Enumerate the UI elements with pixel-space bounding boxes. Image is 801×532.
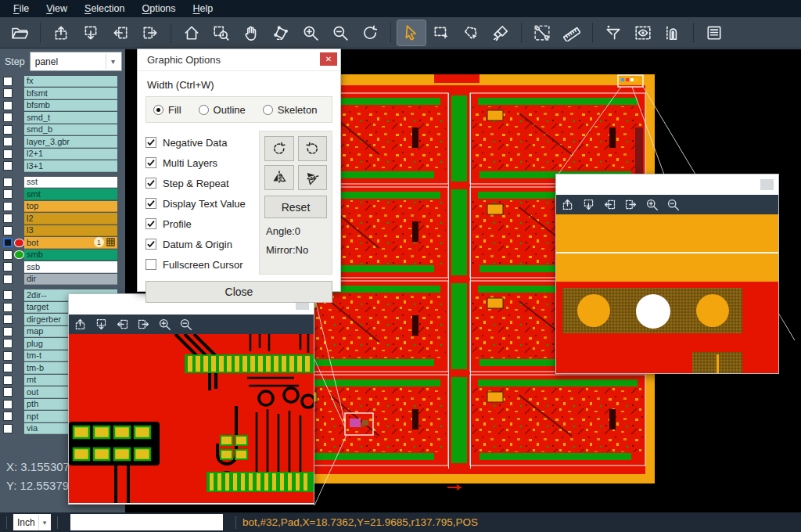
layer-color-bar[interactable]: ssb bbox=[24, 261, 117, 273]
close-icon[interactable]: ✕ bbox=[320, 52, 337, 66]
layer-checkbox[interactable] bbox=[3, 88, 13, 98]
dialog-title-bar[interactable]: Graphic Options ✕ bbox=[138, 49, 340, 71]
layer-checkbox[interactable] bbox=[3, 387, 13, 397]
menu-options[interactable]: Options bbox=[133, 0, 184, 17]
layer-checkbox[interactable] bbox=[3, 113, 13, 122]
layer-color-bar[interactable]: top bbox=[24, 201, 117, 213]
zoom-previous-icon[interactable] bbox=[356, 20, 384, 45]
grid-icon[interactable] bbox=[106, 238, 115, 246]
layer-checkbox[interactable] bbox=[3, 226, 13, 235]
layer-color-bar[interactable]: dir bbox=[24, 274, 117, 286]
layer-color-bar[interactable]: sst bbox=[24, 177, 117, 189]
layer-row-layer_3.gbr[interactable]: layer_3.gbr bbox=[0, 136, 125, 149]
layer-checkbox[interactable] bbox=[3, 376, 13, 385]
hand-icon[interactable] bbox=[237, 20, 265, 45]
magnifier-view[interactable] bbox=[69, 334, 314, 504]
flip-horizontal-button[interactable] bbox=[264, 165, 294, 190]
flip-vertical-button[interactable] bbox=[298, 165, 328, 190]
layer-checkbox[interactable] bbox=[3, 125, 13, 135]
pan-right-icon[interactable] bbox=[624, 198, 638, 211]
layer-checkbox[interactable] bbox=[3, 303, 13, 312]
layer-color-bar[interactable]: l3+1 bbox=[24, 160, 117, 172]
magnifier-view[interactable] bbox=[556, 214, 778, 373]
checkbox-multi-layers[interactable]: Multi Layers bbox=[145, 153, 259, 173]
layer-row-sst[interactable]: sst bbox=[0, 176, 125, 189]
rect-select-icon[interactable] bbox=[427, 20, 455, 45]
layer-color-bar[interactable]: bot1 bbox=[24, 237, 117, 249]
step-select[interactable]: panel ▾ bbox=[30, 52, 122, 71]
layer-color-bar[interactable]: smd_b bbox=[24, 124, 117, 136]
layer-row-smd_b[interactable]: smd_b bbox=[0, 124, 125, 136]
open-folder-icon[interactable] bbox=[5, 20, 34, 45]
checkbox-negative-data[interactable]: Negative Data bbox=[145, 132, 259, 153]
layer-checkbox[interactable] bbox=[3, 290, 13, 300]
zoom-in-icon[interactable] bbox=[296, 20, 325, 45]
pan-left-icon[interactable] bbox=[106, 20, 135, 45]
select-arrow-icon[interactable] bbox=[397, 20, 426, 45]
layer-checkbox[interactable] bbox=[3, 214, 13, 223]
view-options-icon[interactable] bbox=[629, 20, 657, 45]
pan-up-icon[interactable] bbox=[74, 318, 87, 331]
layer-row-smb[interactable]: smb bbox=[0, 249, 125, 261]
brush-icon[interactable] bbox=[487, 20, 515, 45]
poly-select-icon[interactable] bbox=[457, 20, 485, 45]
layer-color-bar[interactable]: l2 bbox=[24, 213, 117, 225]
layer-checkbox[interactable] bbox=[3, 189, 13, 199]
close-button[interactable]: Close bbox=[145, 281, 332, 303]
pan-left-icon[interactable] bbox=[603, 198, 616, 211]
layer-color-bar[interactable]: layer_3.gbr bbox=[24, 136, 117, 148]
layer-checkbox[interactable] bbox=[3, 339, 13, 348]
layer-row-ssb[interactable]: ssb bbox=[0, 261, 125, 274]
layer-row-dir[interactable]: dir bbox=[0, 273, 125, 286]
layer-row-l3+1[interactable]: l3+1 bbox=[0, 160, 125, 173]
layer-color-bar[interactable]: l2+1 bbox=[24, 149, 117, 160]
layer-checkbox[interactable] bbox=[3, 202, 13, 211]
reset-button[interactable]: Reset bbox=[264, 196, 327, 218]
layer-row-smt[interactable]: smt bbox=[0, 189, 125, 201]
layer-checkbox[interactable] bbox=[3, 363, 13, 372]
checkbox-fullscreen-cursor[interactable]: Fullscreen Cursor bbox=[145, 254, 259, 275]
layer-checkbox[interactable] bbox=[3, 262, 13, 271]
checkbox-profile[interactable]: Profile bbox=[145, 214, 259, 234]
layer-checkbox[interactable] bbox=[3, 101, 13, 110]
radio-outline[interactable]: Outline bbox=[199, 104, 246, 116]
ruler-icon[interactable] bbox=[558, 20, 586, 45]
layer-row-l2+1[interactable]: l2+1 bbox=[0, 148, 125, 160]
layer-checkbox[interactable] bbox=[3, 424, 13, 433]
layer-color-bar[interactable]: l3 bbox=[24, 225, 117, 237]
layer-checkbox[interactable] bbox=[3, 178, 13, 187]
layer-checkbox[interactable] bbox=[3, 315, 13, 324]
layer-panel-icon[interactable] bbox=[700, 20, 728, 45]
layer-checkbox[interactable] bbox=[3, 137, 13, 146]
checkbox-datum-origin[interactable]: Datum & Origin bbox=[145, 234, 259, 254]
menu-help[interactable]: Help bbox=[185, 0, 222, 17]
layer-checkbox[interactable] bbox=[3, 275, 13, 284]
checkbox-step-repeat[interactable]: Step & Repeat bbox=[145, 173, 259, 193]
zoom-in-icon[interactable] bbox=[158, 318, 171, 331]
menu-view[interactable]: View bbox=[38, 0, 76, 17]
layer-row-bfsmb[interactable]: bfsmb bbox=[0, 99, 125, 112]
zoom-out-icon[interactable] bbox=[179, 318, 192, 331]
window-button[interactable] bbox=[760, 179, 774, 190]
layer-color-bar[interactable]: smb bbox=[24, 250, 117, 261]
magnifier-title-bar[interactable] bbox=[556, 174, 778, 195]
radio-fill[interactable]: Fill bbox=[153, 104, 181, 116]
layer-color-bar[interactable]: bfsmt bbox=[24, 88, 117, 99]
radio-skeleton[interactable]: Skeleton bbox=[263, 104, 318, 116]
layer-row-l2[interactable]: l2 bbox=[0, 213, 125, 225]
command-input[interactable] bbox=[70, 514, 223, 530]
layer-checkbox[interactable] bbox=[3, 412, 13, 421]
measure-line-icon[interactable] bbox=[528, 20, 556, 45]
zoom-area-icon[interactable] bbox=[207, 20, 235, 45]
checkbox-display-text-value[interactable]: Display Text Value bbox=[145, 193, 259, 214]
pan-right-icon[interactable] bbox=[136, 20, 164, 45]
layer-color-bar[interactable]: fx bbox=[24, 76, 117, 88]
zoom-out-icon[interactable] bbox=[666, 198, 680, 211]
layer-checkbox[interactable] bbox=[3, 327, 13, 336]
layer-checkbox[interactable] bbox=[3, 161, 13, 171]
layer-checkbox[interactable] bbox=[3, 149, 13, 159]
layer-checkbox[interactable] bbox=[3, 77, 13, 86]
magnifier-window-bottom-left[interactable] bbox=[68, 293, 314, 505]
layer-checkbox[interactable] bbox=[3, 400, 13, 409]
rotate-cw-button[interactable] bbox=[264, 136, 294, 161]
